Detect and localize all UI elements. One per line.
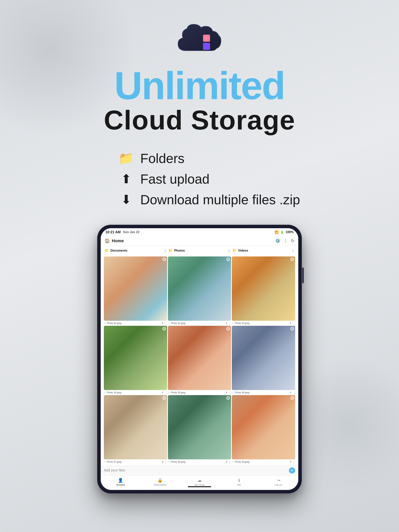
tab-logout-label: Log out: [275, 483, 283, 486]
more-action-icon[interactable]: ⋮: [293, 391, 295, 394]
upload-icon: ⬆: [118, 172, 134, 186]
download-action-icon[interactable]: ⬇: [162, 322, 164, 325]
photo-thumb-3[interactable]: [232, 256, 295, 321]
file-icon: 📄: [232, 461, 234, 463]
wifi-icon: 📶: [275, 230, 279, 234]
tab-subscription[interactable]: 🔒 Subscription: [140, 478, 180, 486]
download-action-icon[interactable]: ⬇: [225, 391, 228, 394]
photo-cell-9[interactable]: 📄 Photo 09.jpeg ⬇ ⋮: [232, 395, 295, 464]
photo-thumb-4[interactable]: [104, 326, 167, 390]
file-icon: 📄: [232, 322, 234, 324]
tab-info[interactable]: ℹ Info: [219, 478, 259, 486]
more-icon[interactable]: ⋮: [283, 238, 288, 243]
feature-upload-text: Fast upload: [140, 171, 209, 187]
add-files-label: Add your files: [104, 468, 125, 472]
photo-thumb-7[interactable]: [104, 395, 167, 459]
photo-actions-7: ⬇ ⋮: [162, 461, 167, 463]
select-circle-2: [226, 258, 230, 261]
photo-meta-5: 📄 Photo 05.jpeg ⬇ ⋮: [168, 391, 231, 394]
status-date: Sun Jan 22: [123, 230, 139, 234]
photo-name-2: 📄 Photo 02.jpeg: [168, 322, 186, 325]
select-circle-7: [162, 396, 166, 400]
more-action-icon[interactable]: ⋮: [165, 461, 167, 463]
download-action-icon[interactable]: ⬇: [162, 461, 164, 463]
download-action-icon[interactable]: ⬇: [290, 391, 292, 394]
folders-row: 📁 Documents 📁 Photos 📁 Videos: [104, 246, 295, 255]
headline-unlimited: Unlimited: [104, 66, 295, 105]
select-circle-5: [226, 327, 230, 330]
photo-thumb-9[interactable]: [232, 395, 295, 459]
nav-action-icons: ⚙️ ⋮ ↻: [275, 238, 294, 243]
folder-icon: 📁: [232, 248, 237, 253]
photo-image-6: [232, 326, 295, 390]
photo-image-7: [104, 395, 167, 459]
folder-documents[interactable]: 📁 Documents: [104, 248, 167, 253]
download-action-icon[interactable]: ⬇: [225, 322, 228, 325]
folder-documents-name: Documents: [110, 249, 127, 252]
more-action-icon[interactable]: ⋮: [229, 391, 231, 394]
file-icon: 📄: [168, 322, 170, 324]
status-time: 10:21 AM: [105, 230, 121, 234]
photo-cell-2[interactable]: 📄 Photo 02.jpeg ⬇ ⋮: [168, 256, 231, 325]
photo-thumb-5[interactable]: [168, 326, 231, 390]
nav-bar: 🏠 Home ⚙️ ⋮ ↻: [101, 236, 298, 246]
photo-actions-1: ⬇ ⋮: [162, 322, 167, 325]
features-list: 📁 Folders ⬆ Fast upload ⬇ Download multi…: [99, 151, 300, 207]
tab-subscription-label: Subscription: [154, 483, 166, 486]
photo-actions-8: ⬇ ⋮: [225, 461, 231, 463]
photo-thumb-2[interactable]: [168, 256, 231, 321]
select-circle-3: [290, 258, 294, 261]
feature-folders-text: Folders: [140, 151, 185, 166]
download-action-icon[interactable]: ⬇: [290, 461, 292, 463]
photo-name-4: 📄 Photo 04.jpeg: [104, 391, 121, 394]
select-circle-6: [290, 327, 294, 330]
photo-cell-1[interactable]: 📄 Photo 01.jpeg ⬇ ⋮: [104, 256, 167, 325]
tab-logout[interactable]: ↪ Log out: [259, 478, 298, 486]
more-action-icon[interactable]: ⋮: [165, 322, 167, 325]
download-icon: ⬇: [118, 192, 134, 207]
content-area: 📁 Documents 📁 Photos 📁 Videos: [101, 246, 298, 475]
more-action-icon[interactable]: ⋮: [293, 461, 295, 463]
photo-cell-6[interactable]: 📄 Photo 06.jpeg ⬇ ⋮: [232, 326, 295, 394]
folder-icon: 📁: [118, 151, 134, 166]
download-action-icon[interactable]: ⬇: [162, 391, 164, 394]
tablet-wrapper: 10:21 AM Sun Jan 22 📶 🔋 100% 🏠 Home: [97, 225, 302, 494]
folder-icon: 📁: [105, 248, 109, 253]
select-circle-9: [290, 396, 294, 400]
folder-photos[interactable]: 📁 Photos: [167, 248, 231, 253]
photo-meta-2: 📄 Photo 02.jpeg ⬇ ⋮: [168, 322, 231, 325]
more-action-icon[interactable]: ⋮: [229, 461, 231, 463]
tablet-screen[interactable]: 10:21 AM Sun Jan 22 📶 🔋 100% 🏠 Home: [101, 228, 298, 490]
tab-account[interactable]: 👤 Account: [101, 478, 140, 486]
photo-actions-5: ⬇ ⋮: [225, 391, 231, 394]
more-action-icon[interactable]: ⋮: [229, 322, 231, 325]
feature-upload: ⬆ Fast upload: [118, 171, 300, 187]
filter-icon[interactable]: ⚙️: [275, 238, 280, 243]
photo-cell-8[interactable]: 📄 Photo 08.jpeg ⬇ ⋮: [168, 395, 231, 464]
tab-mycloud[interactable]: ☁ My Cloud: [180, 478, 219, 486]
photo-name-5: 📄 Photo 05.jpeg: [168, 391, 186, 394]
tab-info-label: Info: [237, 483, 241, 486]
folder-videos-name: Videos: [238, 249, 248, 252]
download-action-icon[interactable]: ⬇: [225, 461, 228, 463]
battery-text: 100%: [286, 230, 294, 234]
headline-cloud: Cloud Storage: [104, 105, 295, 135]
photo-actions-9: ⬇ ⋮: [290, 461, 295, 463]
photo-image-5: [168, 326, 231, 390]
photo-cell-3[interactable]: 📄 Photo 03.jpeg ⬇ ⋮: [232, 256, 295, 325]
more-action-icon[interactable]: ⋮: [165, 391, 167, 394]
photo-thumb-1[interactable]: [104, 256, 167, 321]
photo-cell-7[interactable]: 📄 Photo 07.jpeg ⬇ ⋮: [104, 395, 167, 464]
download-action-icon[interactable]: ⬇: [290, 322, 292, 325]
photo-cell-4[interactable]: 📄 Photo 04.jpeg ⬇ ⋮: [104, 326, 167, 394]
tablet-device: 10:21 AM Sun Jan 22 📶 🔋 100% 🏠 Home: [97, 225, 302, 494]
refresh-icon[interactable]: ↻: [291, 238, 294, 243]
photo-thumb-6[interactable]: [232, 326, 295, 390]
photo-thumb-8[interactable]: [168, 395, 231, 459]
more-action-icon[interactable]: ⋮: [293, 322, 295, 325]
add-files-button[interactable]: +: [289, 467, 295, 474]
file-icon: 📄: [104, 461, 106, 463]
photo-cell-5[interactable]: 📄 Photo 05.jpeg ⬇ ⋮: [168, 326, 231, 394]
folder-videos[interactable]: 📁 Videos: [232, 248, 295, 253]
photo-name-1: 📄 Photo 01.jpeg: [104, 322, 121, 325]
